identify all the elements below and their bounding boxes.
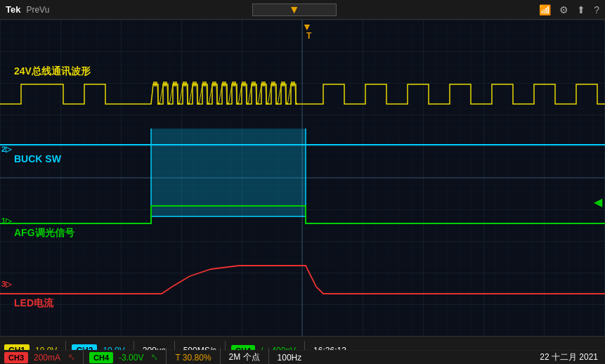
date: 22 十二月 2021 [540, 351, 598, 363]
trigger-indicator: ▼ [252, 4, 337, 16]
prevu-label: PreVu [26, 5, 49, 15]
top-right: 📶 ⚙ ⬆ ? [539, 4, 599, 15]
svg-rect-4 [151, 129, 306, 216]
top-center: ▼ [252, 4, 337, 16]
help-icon[interactable]: ? [594, 4, 599, 15]
waveform-display [0, 20, 605, 336]
scope-screen: ▼ T 2▷ 1▷ 3▷ ◀ 24V总线通讯波形 BUCK SW AFG调光信号… [0, 20, 605, 336]
freq-value: 100Hz [278, 353, 302, 363]
wifi-icon[interactable]: 📶 [539, 4, 551, 15]
top-bar: Tek PreVu ▼ 📶 ⚙ ⬆ ? [0, 0, 605, 20]
ch4-sub: ᴿₛ [152, 353, 157, 361]
top-left: Tek PreVu [6, 4, 49, 15]
ch3-sub: ᴿₛ [69, 353, 74, 361]
tek-logo: Tek [6, 4, 20, 15]
ch4-badge-row2[interactable]: CH4 [89, 352, 113, 363]
trigger-position: T 30.80% [175, 353, 211, 363]
ch4-waveform [0, 266, 605, 294]
ch4-voltage: -3.00V [119, 353, 143, 363]
share-icon[interactable]: ⬆ [577, 4, 585, 15]
points-count: 2M 个点 [229, 351, 260, 363]
status-bar-row2: CH3 200mA ᴿₛ CH4 -3.00V ᴿₛ T 30.80% 2M 个… [0, 350, 605, 364]
ch3-badge[interactable]: CH3 [4, 352, 28, 363]
ch1-waveform [0, 84, 605, 104]
ch3-current: 200mA [34, 353, 60, 363]
settings-icon[interactable]: ⚙ [559, 4, 568, 15]
trigger-arrow-icon: ▼ [289, 4, 300, 16]
